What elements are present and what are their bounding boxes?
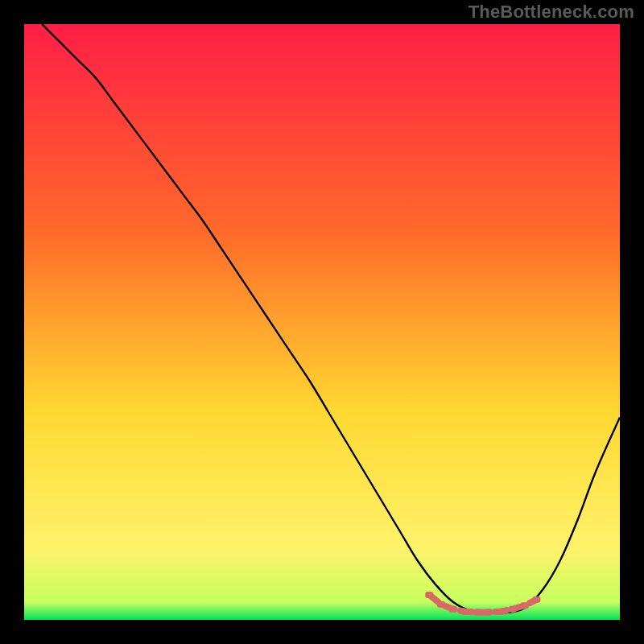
watermark-text: TheBottleneck.com <box>469 2 634 23</box>
marker-point <box>532 597 540 603</box>
chart-frame: TheBottleneck.com <box>0 0 644 644</box>
gradient-rect <box>24 24 620 620</box>
marker-point <box>461 609 469 615</box>
marker-point <box>473 609 481 615</box>
marker-point <box>485 609 493 615</box>
chart-svg <box>24 24 620 620</box>
marker-point <box>449 606 457 613</box>
plot-area <box>24 24 620 620</box>
marker-point <box>521 602 529 609</box>
marker-point <box>509 606 517 613</box>
marker-point <box>437 601 445 608</box>
marker-point <box>425 592 433 598</box>
marker-point <box>497 609 505 615</box>
